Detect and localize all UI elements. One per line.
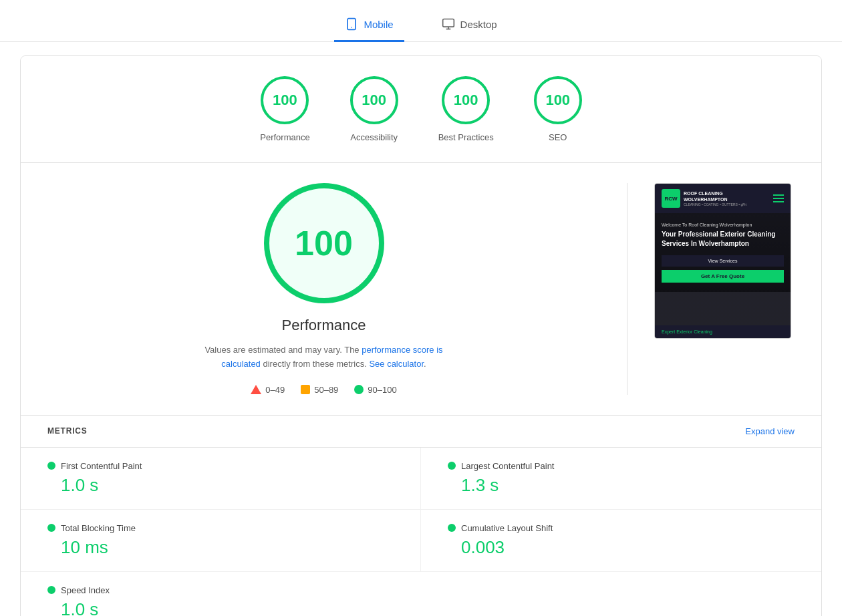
lcp-dot bbox=[448, 462, 456, 470]
metric-cls: Cumulative Layout Shift 0.003 bbox=[421, 510, 821, 572]
seo-label: SEO bbox=[549, 132, 567, 142]
content-divider bbox=[627, 183, 627, 395]
phone-logo-text: ROOF CLEANINGWOLVERHAMPTON CLEANING • CO… bbox=[684, 190, 746, 206]
score-legend: 0–49 50–89 90–100 bbox=[251, 385, 396, 395]
performance-title: Performance bbox=[282, 317, 366, 334]
tab-bar: Mobile Desktop bbox=[0, 0, 842, 42]
phone-preview: RCW ROOF CLEANINGWOLVERHAMPTON CLEANING … bbox=[654, 183, 791, 339]
metrics-title: METRICS bbox=[47, 426, 88, 436]
cls-value: 0.003 bbox=[448, 537, 795, 558]
cls-name: Cumulative Layout Shift bbox=[461, 523, 553, 533]
tbt-dot bbox=[47, 524, 55, 532]
phone-logo: RCW ROOF CLEANINGWOLVERHAMPTON CLEANING … bbox=[662, 189, 746, 208]
svg-rect-2 bbox=[442, 19, 454, 27]
metrics-grid: First Contentful Paint 1.0 s Largest Con… bbox=[21, 448, 821, 616]
desc-end: . bbox=[424, 359, 426, 369]
legend-red-range: 0–49 bbox=[265, 385, 285, 395]
legend-green: 90–100 bbox=[354, 385, 396, 395]
si-dot bbox=[47, 586, 55, 594]
seo-circle: 100 bbox=[534, 76, 582, 124]
si-value: 1.0 s bbox=[47, 599, 394, 616]
desc-middle: directly from these metrics. bbox=[261, 359, 370, 369]
get-quote-button[interactable]: Get A Free Quote bbox=[662, 270, 784, 283]
expand-view-button[interactable]: Expand view bbox=[745, 426, 795, 436]
best-practices-label: Best Practices bbox=[438, 132, 494, 142]
main-container: 100 Performance 100 Accessibility 100 Be… bbox=[20, 55, 822, 616]
fcp-name: First Contentful Paint bbox=[61, 461, 142, 471]
score-best-practices: 100 Best Practices bbox=[438, 76, 494, 142]
metrics-header: METRICS Expand view bbox=[21, 416, 821, 448]
metric-fcp: First Contentful Paint 1.0 s bbox=[21, 448, 421, 510]
metric-si: Speed Index 1.0 s bbox=[21, 572, 421, 616]
phone-header: RCW ROOF CLEANINGWOLVERHAMPTON CLEANING … bbox=[655, 184, 791, 213]
legend-orange: 50–89 bbox=[301, 385, 338, 395]
tab-desktop[interactable]: Desktop bbox=[431, 11, 508, 42]
big-performance-circle: 100 bbox=[264, 183, 384, 303]
tab-mobile[interactable]: Mobile bbox=[334, 11, 404, 42]
content-area: 100 Performance Values are estimated and… bbox=[21, 163, 821, 415]
accessibility-label: Accessibility bbox=[350, 132, 398, 142]
accessibility-circle: 100 bbox=[350, 76, 398, 124]
si-name: Speed Index bbox=[61, 585, 110, 595]
left-panel: 100 Performance Values are estimated and… bbox=[47, 183, 600, 395]
phone-footer: Expert Exterior Cleaning bbox=[655, 325, 791, 338]
lcp-value: 1.3 s bbox=[448, 475, 795, 496]
score-accessibility: 100 Accessibility bbox=[350, 76, 398, 142]
metrics-section: METRICS Expand view First Contentful Pai… bbox=[21, 415, 821, 616]
best-practices-circle: 100 bbox=[442, 76, 490, 124]
calc-link[interactable]: See calculator bbox=[369, 359, 424, 369]
right-panel: RCW ROOF CLEANINGWOLVERHAMPTON CLEANING … bbox=[654, 183, 795, 395]
metric-tbt: Total Blocking Time 10 ms bbox=[21, 510, 421, 572]
tbt-name: Total Blocking Time bbox=[61, 523, 136, 533]
svg-rect-0 bbox=[348, 19, 356, 30]
phone-hero-sub: Welcome To Roof Cleaning Wolverhampton bbox=[662, 222, 784, 227]
red-triangle-icon bbox=[251, 385, 261, 394]
legend-orange-range: 50–89 bbox=[314, 385, 338, 395]
mobile-icon bbox=[345, 17, 358, 31]
lcp-name: Largest Contentful Paint bbox=[461, 461, 554, 471]
phone-hero-title: Your Professional Exterior Cleaning Serv… bbox=[662, 230, 784, 249]
green-dot-icon bbox=[354, 385, 364, 394]
performance-description: Values are estimated and may vary. The p… bbox=[190, 343, 458, 371]
desc-before: Values are estimated and may vary. The bbox=[204, 345, 362, 355]
fcp-value: 1.0 s bbox=[47, 475, 394, 496]
performance-circle: 100 bbox=[261, 76, 309, 124]
phone-footer-image bbox=[655, 292, 791, 325]
metric-lcp: Largest Contentful Paint 1.3 s bbox=[421, 448, 821, 510]
desktop-icon bbox=[442, 17, 455, 31]
phone-hero: Welcome To Roof Cleaning Wolverhampton Y… bbox=[655, 213, 791, 292]
performance-label: Performance bbox=[260, 132, 309, 142]
hamburger-icon bbox=[773, 194, 784, 202]
fcp-dot bbox=[47, 462, 55, 470]
score-row: 100 Performance 100 Accessibility 100 Be… bbox=[21, 56, 821, 163]
orange-square-icon bbox=[301, 385, 310, 394]
tab-desktop-label: Desktop bbox=[460, 19, 497, 30]
legend-green-range: 90–100 bbox=[368, 385, 396, 395]
score-seo: 100 SEO bbox=[534, 76, 582, 142]
tab-mobile-label: Mobile bbox=[364, 19, 393, 30]
view-services-button[interactable]: View Services bbox=[662, 255, 784, 267]
legend-red: 0–49 bbox=[251, 385, 285, 395]
tbt-value: 10 ms bbox=[47, 537, 394, 558]
score-performance: 100 Performance bbox=[260, 76, 309, 142]
cls-dot bbox=[448, 524, 456, 532]
phone-logo-icon: RCW bbox=[662, 189, 680, 208]
